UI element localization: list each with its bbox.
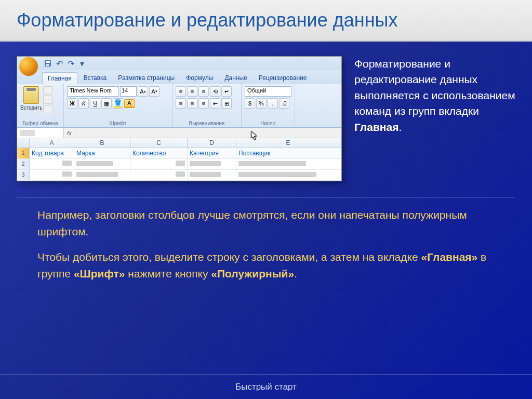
cell-C1[interactable]: Количество xyxy=(130,148,188,158)
align-bottom-icon[interactable]: ≡ xyxy=(198,86,209,97)
percent-icon[interactable]: % xyxy=(256,98,267,109)
shrink-font-icon[interactable]: A▾ xyxy=(149,86,159,97)
grow-font-icon[interactable]: A▴ xyxy=(138,86,148,97)
tab-layout[interactable]: Разметка страницы xyxy=(113,72,180,84)
table-row: 1 Код товара Марка Количество Категория … xyxy=(17,148,341,159)
group-label-number: Число xyxy=(245,119,291,126)
col-header-C[interactable]: C xyxy=(130,138,188,148)
cursor-icon xyxy=(251,131,258,140)
ribbon-tabs: Главная Вставка Разметка страницы Формул… xyxy=(17,70,341,84)
cell[interactable] xyxy=(30,159,74,169)
save-icon[interactable] xyxy=(43,59,52,68)
comma-icon[interactable]: , xyxy=(268,98,278,109)
col-header-D[interactable]: D xyxy=(188,138,236,148)
text: Форматирование и редактирование данных в… xyxy=(354,58,515,117)
group-alignment: ≡ ≡ ≡ ⟲ ↵ ≡ ≡ ≡ ⇤ ⊞ xyxy=(172,84,242,127)
border-icon[interactable]: ▦ xyxy=(101,98,112,109)
bold-button[interactable]: Ж xyxy=(67,98,77,109)
body-explanation: Например, заголовки столбцов лучше смотр… xyxy=(17,197,515,282)
text: . xyxy=(398,121,402,133)
col-header-B[interactable]: B xyxy=(74,138,130,148)
cell-B1[interactable]: Марка xyxy=(74,148,130,158)
text: нажмите кнопку xyxy=(125,268,211,280)
number-format-select[interactable]: Общий xyxy=(245,86,291,97)
office-orb-icon[interactable] xyxy=(19,57,38,76)
svg-rect-1 xyxy=(46,61,50,63)
text-bold: «Полужирный» xyxy=(211,268,294,280)
font-size-select[interactable]: 14 xyxy=(120,86,137,97)
format-painter-icon[interactable] xyxy=(43,105,52,113)
group-clipboard: Вставить Буфер обмена xyxy=(17,84,64,127)
footer: Быстрый старт xyxy=(0,374,532,399)
row-header-2[interactable]: 2 xyxy=(17,159,30,169)
font-name-select[interactable]: Times New Rom xyxy=(67,86,119,97)
quick-access-toolbar: ↶ ↷ ▾ xyxy=(17,57,341,70)
fill-color-icon[interactable]: 🪣 xyxy=(113,98,123,109)
text-bold: «Шрифт» xyxy=(74,268,125,280)
table-row: 3 xyxy=(17,170,341,181)
underline-button[interactable]: Ч xyxy=(90,98,100,109)
group-font: Times New Rom 14 A▴ A▾ Ж К Ч ▦ 🪣 A xyxy=(64,84,172,127)
title-bar: Форматирование и редактирование данных xyxy=(0,0,532,42)
align-center-icon[interactable]: ≡ xyxy=(187,98,197,109)
text-bold: Главная xyxy=(354,121,398,133)
text: . xyxy=(294,268,297,280)
footer-text: Быстрый старт xyxy=(235,382,297,392)
cell[interactable] xyxy=(188,170,236,180)
table-row: 2 xyxy=(17,159,341,170)
cell[interactable] xyxy=(74,159,130,169)
ribbon: Вставить Буфер обмена Times New Rom xyxy=(17,84,341,128)
qat-dropdown-icon[interactable]: ▾ xyxy=(77,59,87,68)
align-right-icon[interactable]: ≡ xyxy=(198,98,209,109)
cell-E1[interactable]: Поставщик xyxy=(236,148,340,158)
redo-icon[interactable]: ↷ xyxy=(66,59,75,68)
tab-data[interactable]: Данные xyxy=(219,72,252,84)
row-header-1[interactable]: 1 xyxy=(17,148,30,158)
font-color-button[interactable]: A xyxy=(124,99,135,108)
tab-review[interactable]: Рецензирование xyxy=(254,72,312,84)
wrap-text-icon[interactable]: ↵ xyxy=(221,86,232,97)
inc-decimal-icon[interactable]: .0 xyxy=(279,98,289,109)
column-headers: A B C D E xyxy=(17,138,341,148)
cell[interactable] xyxy=(236,170,340,180)
indent-dec-icon[interactable]: ⇤ xyxy=(210,98,220,109)
copy-icon[interactable] xyxy=(43,96,52,104)
paste-icon xyxy=(23,86,39,104)
merge-icon[interactable]: ⊞ xyxy=(221,98,232,109)
undo-icon[interactable]: ↶ xyxy=(55,59,64,68)
text: Чтобы добиться этого, выделите строку с … xyxy=(37,251,421,263)
italic-button[interactable]: К xyxy=(78,98,89,109)
row-header-3[interactable]: 3 xyxy=(17,170,30,180)
name-box[interactable] xyxy=(17,128,64,138)
slide-title: Форматирование и редактирование данных xyxy=(17,9,515,31)
align-left-icon[interactable]: ≡ xyxy=(176,98,186,109)
col-header-A[interactable]: A xyxy=(30,138,74,148)
cell-D1[interactable]: Категория xyxy=(188,148,236,158)
group-label-font: Шрифт xyxy=(67,119,169,126)
side-explanation: Форматирование и редактирование данных в… xyxy=(354,56,515,181)
align-middle-icon[interactable]: ≡ xyxy=(187,86,197,97)
tab-insert[interactable]: Вставка xyxy=(78,72,112,84)
text-bold: «Главная» xyxy=(421,251,478,263)
currency-icon[interactable]: $ xyxy=(245,98,255,109)
fx-icon[interactable]: fx xyxy=(64,130,75,136)
group-number: Общий $ % , .0 Число xyxy=(242,84,295,127)
align-top-icon[interactable]: ≡ xyxy=(176,86,186,97)
paragraph: Например, заголовки столбцов лучше смотр… xyxy=(37,207,495,240)
tab-formulas[interactable]: Формулы xyxy=(181,72,218,84)
cell[interactable] xyxy=(74,170,130,180)
spreadsheet: A B C D E 1 Код товара Марка Количество … xyxy=(17,138,341,181)
tab-home[interactable]: Главная xyxy=(42,72,77,84)
cell[interactable] xyxy=(130,159,188,169)
orientation-icon[interactable]: ⟲ xyxy=(210,86,220,97)
cell[interactable] xyxy=(130,170,188,180)
cell[interactable] xyxy=(30,170,74,180)
cell-A1[interactable]: Код товара xyxy=(30,148,74,158)
cut-icon[interactable] xyxy=(43,86,52,95)
cell[interactable] xyxy=(236,159,340,169)
cell[interactable] xyxy=(188,159,236,169)
select-all-corner[interactable] xyxy=(17,138,30,148)
paste-label: Вставить xyxy=(20,105,42,111)
paste-button[interactable]: Вставить xyxy=(20,86,42,111)
group-label-clipboard: Буфер обмена xyxy=(20,119,60,126)
